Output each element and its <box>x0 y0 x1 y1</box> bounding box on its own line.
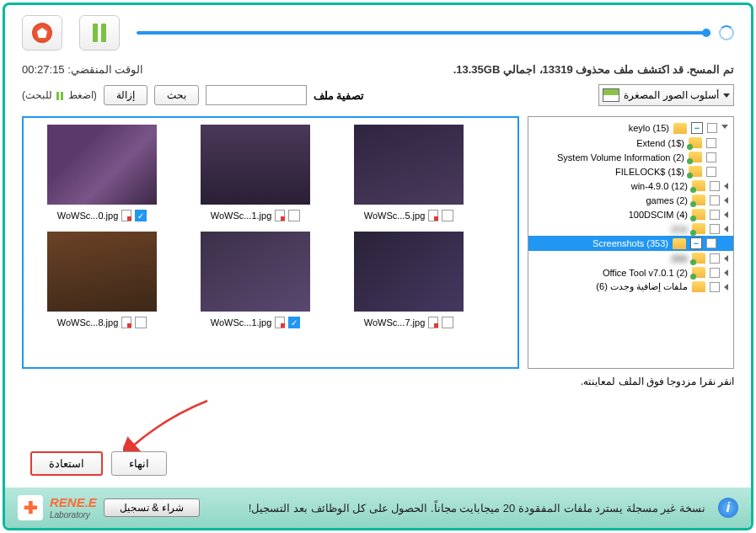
chevron-left-icon <box>724 197 728 204</box>
spinner-icon <box>719 25 734 40</box>
expand-toggle[interactable]: − <box>691 122 703 134</box>
folder-icon <box>692 223 705 234</box>
preview-hint: انقر نقرا مزدوجا فوق الملف لمعاينته. <box>22 376 734 387</box>
file-name: WoWSc...1.jpg <box>211 211 272 221</box>
file-name: WoWSc...7.jpg <box>364 317 426 328</box>
file-name: WoWSc...0.jpg <box>57 211 119 221</box>
file-icon <box>275 317 285 328</box>
progress-bar <box>137 31 710 35</box>
tree-row[interactable]: FILELOCK$ (1$) <box>528 164 733 179</box>
folder-icon <box>692 195 705 205</box>
folder-icon <box>692 209 705 220</box>
tree-row[interactable]: Office Tool v7.0.1 (2) <box>528 265 733 280</box>
file-icon <box>428 210 438 221</box>
file-icon <box>275 210 285 221</box>
file-checkbox[interactable] <box>442 210 453 221</box>
scan-controls <box>22 15 734 51</box>
thumbnail-image[interactable] <box>47 232 157 312</box>
stop-icon <box>32 23 52 43</box>
tree-checkbox[interactable] <box>710 210 720 220</box>
chevron-left-icon <box>724 226 728 232</box>
tree-checkbox[interactable] <box>710 181 720 191</box>
info-icon[interactable]: i <box>718 498 738 518</box>
folder-icon <box>689 166 702 177</box>
tree-checkbox[interactable] <box>710 195 720 205</box>
file-name: WoWSc...1.jpg <box>211 317 272 328</box>
file-icon <box>121 317 131 328</box>
chevron-down-icon <box>721 125 728 132</box>
thumbnail-image[interactable] <box>354 232 464 312</box>
thumbnail-item[interactable]: WoWSc...7.jpg <box>337 232 480 328</box>
file-name: WoWSc...8.jpg <box>57 317 119 328</box>
tree-checkbox[interactable] <box>710 282 720 292</box>
view-mode-dropdown[interactable]: أسلوب الصور المصغرة <box>598 84 734 106</box>
tree-checkbox[interactable] <box>710 268 720 278</box>
folder-icon <box>692 281 705 292</box>
file-checkbox[interactable]: ✓ <box>135 210 147 221</box>
file-checkbox[interactable] <box>135 317 147 328</box>
view-mode-label: أسلوب الصور المصغرة <box>624 89 719 101</box>
search-button[interactable]: بحث <box>154 85 199 105</box>
tree-row[interactable]: (50) <box>528 251 733 265</box>
remove-button[interactable]: إزالة <box>104 85 147 105</box>
chevron-left-icon <box>724 183 728 189</box>
chevron-left-icon <box>724 284 728 290</box>
tree-row[interactable]: games (2) <box>528 193 733 207</box>
thumbnail-item[interactable]: WoWSc...5.jpg <box>337 125 480 221</box>
tree-checkbox[interactable] <box>710 224 720 234</box>
progress-container <box>137 25 734 40</box>
tree-row[interactable]: −Screenshots (353) <box>528 236 733 251</box>
finish-button[interactable]: انهاء <box>111 451 167 476</box>
tree-row[interactable]: win-4.9.0 (12) <box>528 179 733 193</box>
thumbnail-item[interactable]: WoWSc...8.jpg <box>30 232 174 328</box>
thumbnail-image[interactable] <box>201 232 310 312</box>
folder-icon <box>689 152 702 163</box>
filter-hint: (اضغط للبحث) <box>22 89 97 101</box>
footer-bar: ✚ RENE.E Laboratory شراء & تسجيل نسخة غي… <box>5 488 751 528</box>
tree-checkbox[interactable] <box>707 123 717 133</box>
folder-icon <box>692 180 705 191</box>
chevron-down-icon <box>723 93 730 98</box>
pause-button[interactable] <box>79 15 120 51</box>
tree-row[interactable]: (11) <box>528 221 733 236</box>
folder-icon <box>673 238 686 249</box>
thumbnail-image[interactable] <box>354 125 464 205</box>
tree-checkbox[interactable] <box>710 253 720 264</box>
scan-status: تم المسح. قد اكتشف ملف محذوف 13319، اجما… <box>453 63 734 76</box>
thumbnail-icon <box>603 88 619 102</box>
thumbnail-item[interactable]: WoWSc...1.jpg✓ <box>184 232 327 328</box>
elapsed-time: الوقت المنقضي: 00:27:15 <box>22 63 143 76</box>
tree-row[interactable]: −keylo (15) <box>528 120 733 136</box>
tree-checkbox[interactable] <box>706 238 716 248</box>
thumbnail-image[interactable] <box>47 125 157 205</box>
file-checkbox[interactable]: ✓ <box>288 317 300 328</box>
tree-row[interactable]: System Volume Information (2) <box>528 150 733 164</box>
tree-row[interactable]: 100DSCIM (4) <box>528 207 733 221</box>
file-icon <box>428 317 438 328</box>
file-checkbox[interactable] <box>288 210 300 221</box>
chevron-left-icon <box>724 255 728 262</box>
file-checkbox[interactable] <box>442 317 453 328</box>
tree-checkbox[interactable] <box>706 138 716 148</box>
chevron-left-icon <box>724 269 728 276</box>
recover-button[interactable]: استعادة <box>30 451 103 476</box>
logo-text: RENE.E Laboratory <box>50 496 97 520</box>
thumbnail-item[interactable]: WoWSc...1.jpg <box>184 125 327 221</box>
folder-icon <box>692 267 705 278</box>
tree-checkbox[interactable] <box>706 152 716 163</box>
stop-button[interactable] <box>22 15 62 51</box>
tree-row[interactable]: Extend (1$) <box>528 136 733 150</box>
folder-tree[interactable]: −keylo (15)Extend (1$)System Volume Info… <box>528 116 734 369</box>
filter-input[interactable] <box>206 85 307 105</box>
folder-icon <box>692 253 705 264</box>
pause-icon <box>93 24 106 42</box>
tree-checkbox[interactable] <box>706 167 716 177</box>
thumbnail-image[interactable] <box>201 125 310 205</box>
register-button[interactable]: شراء & تسجيل <box>104 498 200 517</box>
app-window: تم المسح. قد اكتشف ملف محذوف 13319، اجما… <box>3 3 753 530</box>
filter-label: تصفية ملف <box>314 89 365 102</box>
file-name: WoWSc...5.jpg <box>364 211 426 221</box>
tree-row[interactable]: ملفات إضافية وجدت (6) <box>528 280 733 294</box>
expand-toggle[interactable]: − <box>690 237 702 249</box>
thumbnail-item[interactable]: WoWSc...0.jpg✓ <box>30 125 174 221</box>
